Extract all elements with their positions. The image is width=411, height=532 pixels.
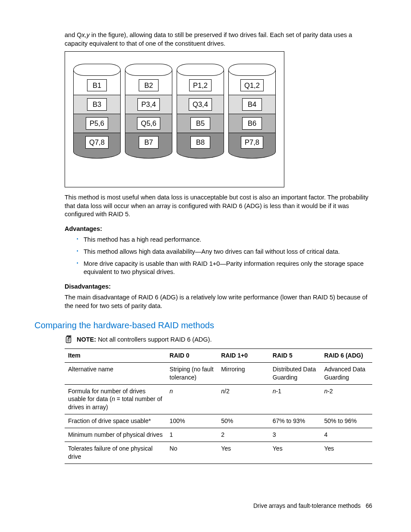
cylinder-slice: B1	[74, 76, 120, 95]
table-header-cell: RAID 0	[166, 348, 218, 362]
note-text-wrap: NOTE: Not all controllers support RAID 6…	[77, 336, 212, 344]
table-cell: n-1	[269, 384, 321, 414]
table-cell: 50% to 96%	[321, 414, 372, 428]
intro-italic: x,y	[82, 31, 90, 38]
intro-after: in the figure), allowing data to still b…	[65, 31, 352, 47]
block-label: Q5,6	[137, 117, 160, 129]
cylinder-slice: B8	[177, 133, 224, 152]
table-row: Fraction of drive space usable*100%50%67…	[65, 414, 372, 428]
table-cell: Mirroring	[218, 362, 269, 384]
table-cell: Yes	[321, 442, 372, 464]
block-label: B8	[190, 136, 210, 148]
block-label: Q1,2	[240, 79, 264, 91]
table-cell: Advanced Data Guarding	[321, 362, 372, 384]
table-row: Alternative nameStriping (no fault toler…	[65, 362, 372, 384]
table-cell: Yes	[218, 442, 269, 464]
note-icon	[65, 335, 73, 343]
cylinder-slice: Q5,6	[125, 114, 172, 133]
page-footer: Drive arrays and fault-tolerance methods…	[253, 502, 372, 510]
list-item: This method allows high data availabilit…	[77, 248, 372, 256]
raid-comparison-table: ItemRAID 0RAID 1+0RAID 5RAID 6 (ADG) Alt…	[65, 348, 372, 464]
table-header-cell: Item	[65, 348, 166, 362]
table-cell: n/2	[218, 384, 269, 414]
list-item: This method has a high read performance.	[77, 236, 372, 244]
table-cell: 67% to 93%	[269, 414, 321, 428]
block-label: B2	[139, 79, 159, 91]
table-cell-item: Minimum number of physical drives	[65, 428, 166, 442]
page: and Qx,y in the figure), allowing data t…	[0, 0, 411, 532]
intro-text: and Qx,y in the figure), allowing data t…	[65, 31, 372, 48]
block-label: B5	[190, 117, 210, 129]
cylinder-slice: P7,8	[229, 133, 275, 152]
cylinder-slice: B3	[74, 95, 120, 114]
block-label: B7	[139, 136, 159, 148]
table-row: Tolerates failure of one physical driveN…	[65, 442, 372, 464]
table-row: Formula for number of drives usable for …	[65, 384, 372, 414]
table-cell: n-2	[321, 384, 372, 414]
cylinder-bottom-cap	[177, 152, 224, 159]
table-cell-item: Formula for number of drives usable for …	[65, 384, 166, 414]
block-label: P1,2	[189, 79, 212, 91]
footer-page-number: 66	[366, 503, 372, 509]
footer-text: Drive arrays and fault-tolerance methods	[253, 503, 361, 509]
cylinder-slice: Q7,8	[74, 133, 120, 152]
table-cell-item: Alternative name	[65, 362, 166, 384]
intro-before: and Q	[65, 31, 82, 38]
table-cell: Striping (no fault tolerance)	[166, 362, 218, 384]
table-header-cell: RAID 6 (ADG)	[321, 348, 372, 362]
table-cell-item: Fraction of drive space usable*	[65, 414, 166, 428]
advantages-heading: Advantages:	[65, 225, 372, 233]
block-label: Q3,4	[189, 98, 212, 110]
cylinder: B2P3,4Q5,6B7	[125, 64, 172, 159]
cylinder: P1,2Q3,4B5B8	[177, 64, 224, 159]
table-cell: Distributed Data Guarding	[269, 362, 321, 384]
cylinder-bottom-cap	[228, 152, 276, 159]
table-header-cell: RAID 5	[269, 348, 321, 362]
table-header-cell: RAID 1+0	[218, 348, 269, 362]
cylinder-slice: B5	[177, 114, 224, 133]
cylinder: B1B3P5,6Q7,8	[73, 64, 121, 159]
section-heading: Comparing the hardware-based RAID method…	[34, 320, 372, 331]
table-cell: 100%	[166, 414, 218, 428]
cylinder-slice: P1,2	[177, 76, 224, 95]
block-label: B4	[242, 98, 262, 110]
raid6-diagram: B1B3P5,6Q7,8B2P3,4Q5,6B7P1,2Q3,4B5B8Q1,2…	[65, 51, 284, 187]
table-cell: 4	[321, 428, 372, 442]
cylinder-bottom-cap	[125, 152, 172, 159]
block-label: Q7,8	[85, 136, 109, 148]
cylinder-top-cap	[73, 64, 121, 76]
cylinder-slice: B6	[229, 114, 275, 133]
disadvantages-heading: Disadvantages:	[65, 283, 372, 291]
table-body: Alternative nameStriping (no fault toler…	[65, 362, 372, 464]
note-body: Not all controllers support RAID 6 (ADG)…	[98, 336, 212, 343]
cylinder-bottom-cap	[73, 152, 121, 159]
cylinder-slice: B7	[125, 133, 172, 152]
table-cell: Yes	[269, 442, 321, 464]
table-cell-item: Tolerates failure of one physical drive	[65, 442, 166, 464]
cylinder-slice: B4	[229, 95, 275, 114]
block-label: P7,8	[241, 136, 263, 148]
cylinder-slice: Q1,2	[229, 76, 275, 95]
table-cell: No	[166, 442, 218, 464]
cylinder-slice: P3,4	[125, 95, 172, 114]
list-item: More drive capacity is usable than with …	[77, 260, 372, 277]
cylinder-top-cap	[177, 64, 224, 76]
cylinder-slice: Q3,4	[177, 95, 224, 114]
table-row: Minimum number of physical drives1234	[65, 428, 372, 442]
block-label: B3	[87, 98, 107, 110]
disadvantages-text: The main disadvantage of RAID 6 (ADG) is…	[65, 293, 372, 310]
table-header-row: ItemRAID 0RAID 1+0RAID 5RAID 6 (ADG)	[65, 348, 372, 362]
table-cell: 3	[269, 428, 321, 442]
table-cell: n	[166, 384, 218, 414]
block-label: P5,6	[86, 117, 108, 129]
block-label: B1	[87, 79, 107, 91]
cylinder-top-cap	[125, 64, 172, 76]
cylinder-barrel: B2P3,4Q5,6B7	[125, 70, 172, 152]
cylinder: Q1,2B4B6P7,8	[228, 64, 276, 159]
after-diagram-text: This method is most useful when data los…	[65, 193, 372, 219]
cylinder-barrel: B1B3P5,6Q7,8	[73, 70, 121, 152]
cylinder-barrel: P1,2Q3,4B5B8	[177, 70, 224, 152]
advantages-list: This method has a high read performance.…	[65, 236, 372, 276]
cylinder-barrel: Q1,2B4B6P7,8	[228, 70, 276, 152]
block-label: P3,4	[137, 98, 160, 110]
